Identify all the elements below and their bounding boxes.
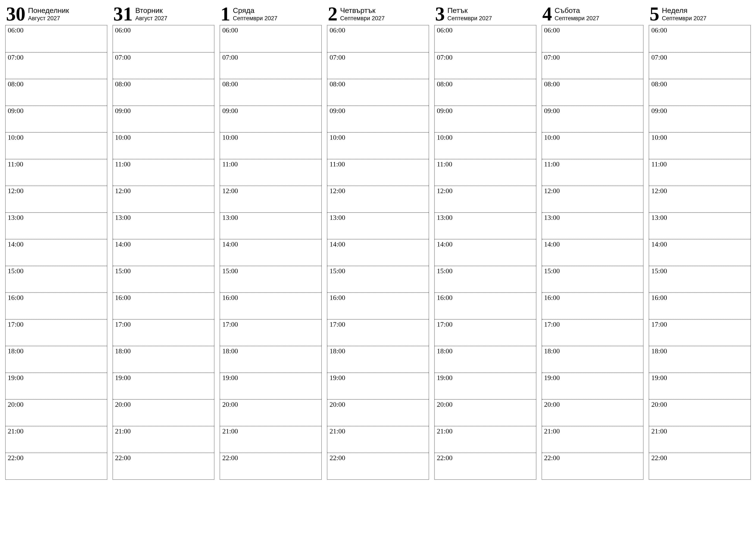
hour-slot[interactable]: 18:00: [435, 346, 536, 372]
hour-slot[interactable]: 20:00: [113, 399, 214, 426]
hour-slot[interactable]: 13:00: [649, 212, 750, 239]
hour-slot[interactable]: 15:00: [542, 266, 643, 292]
hour-slot[interactable]: 16:00: [6, 292, 107, 319]
hour-slot[interactable]: 07:00: [6, 52, 107, 79]
hour-slot[interactable]: 14:00: [113, 239, 214, 266]
hour-slot[interactable]: 06:00: [435, 25, 536, 52]
hour-slot[interactable]: 20:00: [6, 399, 107, 426]
hour-slot[interactable]: 21:00: [649, 426, 750, 453]
hour-slot[interactable]: 11:00: [542, 159, 643, 186]
hour-slot[interactable]: 19:00: [542, 372, 643, 399]
hour-slot[interactable]: 09:00: [220, 106, 321, 132]
hour-slot[interactable]: 08:00: [327, 79, 429, 106]
hour-slot[interactable]: 21:00: [542, 426, 643, 453]
hour-slot[interactable]: 07:00: [327, 52, 429, 79]
hour-slot[interactable]: 13:00: [220, 212, 321, 239]
hour-slot[interactable]: 22:00: [327, 453, 429, 479]
hour-slot[interactable]: 10:00: [113, 132, 214, 159]
hour-slot[interactable]: 12:00: [6, 186, 107, 212]
hour-slot[interactable]: 22:00: [113, 453, 214, 479]
hour-slot[interactable]: 16:00: [220, 292, 321, 319]
hour-slot[interactable]: 11:00: [220, 159, 321, 186]
hour-slot[interactable]: 06:00: [649, 25, 750, 52]
hour-slot[interactable]: 17:00: [542, 319, 643, 346]
hour-slot[interactable]: 11:00: [113, 159, 214, 186]
hour-slot[interactable]: 21:00: [6, 426, 107, 453]
hour-slot[interactable]: 08:00: [435, 79, 536, 106]
hour-slot[interactable]: 09:00: [435, 106, 536, 132]
hour-slot[interactable]: 17:00: [327, 319, 429, 346]
hour-slot[interactable]: 18:00: [6, 346, 107, 372]
hour-slot[interactable]: 20:00: [327, 399, 429, 426]
hour-slot[interactable]: 10:00: [327, 132, 429, 159]
hour-slot[interactable]: 10:00: [542, 132, 643, 159]
hour-slot[interactable]: 08:00: [113, 79, 214, 106]
hour-slot[interactable]: 14:00: [220, 239, 321, 266]
hour-slot[interactable]: 08:00: [649, 79, 750, 106]
hour-slot[interactable]: 20:00: [220, 399, 321, 426]
hour-slot[interactable]: 16:00: [327, 292, 429, 319]
hour-slot[interactable]: 12:00: [542, 186, 643, 212]
hour-slot[interactable]: 22:00: [649, 453, 750, 479]
hour-slot[interactable]: 07:00: [113, 52, 214, 79]
hour-slot[interactable]: 12:00: [327, 186, 429, 212]
hour-slot[interactable]: 11:00: [327, 159, 429, 186]
hour-slot[interactable]: 17:00: [6, 319, 107, 346]
hour-slot[interactable]: 19:00: [113, 372, 214, 399]
hour-slot[interactable]: 06:00: [542, 25, 643, 52]
hour-slot[interactable]: 11:00: [435, 159, 536, 186]
hour-slot[interactable]: 17:00: [435, 319, 536, 346]
hour-slot[interactable]: 10:00: [220, 132, 321, 159]
hour-slot[interactable]: 14:00: [6, 239, 107, 266]
hour-slot[interactable]: 18:00: [327, 346, 429, 372]
hour-slot[interactable]: 21:00: [113, 426, 214, 453]
hour-slot[interactable]: 16:00: [113, 292, 214, 319]
hour-slot[interactable]: 08:00: [220, 79, 321, 106]
hour-slot[interactable]: 07:00: [220, 52, 321, 79]
hour-slot[interactable]: 08:00: [542, 79, 643, 106]
hour-slot[interactable]: 07:00: [542, 52, 643, 79]
hour-slot[interactable]: 22:00: [220, 453, 321, 479]
hour-slot[interactable]: 11:00: [649, 159, 750, 186]
hour-slot[interactable]: 18:00: [113, 346, 214, 372]
hour-slot[interactable]: 12:00: [649, 186, 750, 212]
hour-slot[interactable]: 19:00: [435, 372, 536, 399]
hour-slot[interactable]: 16:00: [542, 292, 643, 319]
hour-slot[interactable]: 13:00: [542, 212, 643, 239]
hour-slot[interactable]: 22:00: [435, 453, 536, 479]
hour-slot[interactable]: 15:00: [327, 266, 429, 292]
hour-slot[interactable]: 07:00: [649, 52, 750, 79]
hour-slot[interactable]: 06:00: [220, 25, 321, 52]
hour-slot[interactable]: 10:00: [435, 132, 536, 159]
hour-slot[interactable]: 17:00: [649, 319, 750, 346]
hour-slot[interactable]: 14:00: [435, 239, 536, 266]
hour-slot[interactable]: 18:00: [649, 346, 750, 372]
hour-slot[interactable]: 17:00: [220, 319, 321, 346]
hour-slot[interactable]: 06:00: [327, 25, 429, 52]
hour-slot[interactable]: 09:00: [649, 106, 750, 132]
hour-slot[interactable]: 15:00: [6, 266, 107, 292]
hour-slot[interactable]: 21:00: [327, 426, 429, 453]
hour-slot[interactable]: 14:00: [649, 239, 750, 266]
hour-slot[interactable]: 09:00: [542, 106, 643, 132]
hour-slot[interactable]: 12:00: [435, 186, 536, 212]
hour-slot[interactable]: 13:00: [6, 212, 107, 239]
hour-slot[interactable]: 08:00: [6, 79, 107, 106]
hour-slot[interactable]: 09:00: [327, 106, 429, 132]
hour-slot[interactable]: 22:00: [6, 453, 107, 479]
hour-slot[interactable]: 19:00: [6, 372, 107, 399]
hour-slot[interactable]: 19:00: [327, 372, 429, 399]
hour-slot[interactable]: 16:00: [435, 292, 536, 319]
hour-slot[interactable]: 11:00: [6, 159, 107, 186]
hour-slot[interactable]: 15:00: [113, 266, 214, 292]
hour-slot[interactable]: 10:00: [649, 132, 750, 159]
hour-slot[interactable]: 13:00: [327, 212, 429, 239]
hour-slot[interactable]: 18:00: [542, 346, 643, 372]
hour-slot[interactable]: 22:00: [542, 453, 643, 479]
hour-slot[interactable]: 20:00: [649, 399, 750, 426]
hour-slot[interactable]: 15:00: [649, 266, 750, 292]
hour-slot[interactable]: 15:00: [435, 266, 536, 292]
hour-slot[interactable]: 19:00: [649, 372, 750, 399]
hour-slot[interactable]: 13:00: [435, 212, 536, 239]
hour-slot[interactable]: 17:00: [113, 319, 214, 346]
